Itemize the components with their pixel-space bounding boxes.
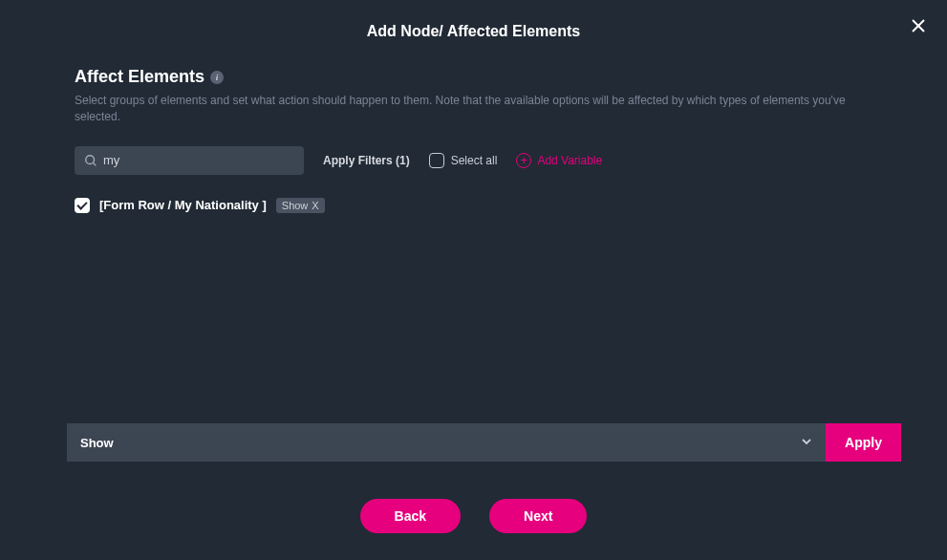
modal: Add Node/ Affected Elements Affect Eleme… xyxy=(0,0,947,560)
content-area: Affect Elements i Select groups of eleme… xyxy=(0,67,947,213)
action-section: Show Apply xyxy=(67,423,901,462)
action-select-value: Show xyxy=(80,436,114,450)
action-row: Show Apply xyxy=(67,423,901,462)
search-box[interactable] xyxy=(75,146,304,175)
action-select[interactable]: Show xyxy=(67,423,826,462)
select-all-toggle[interactable]: Select all xyxy=(429,153,498,168)
select-all-checkbox[interactable] xyxy=(429,153,444,168)
controls-row: Apply Filters (1) Select all Add Variabl… xyxy=(75,146,872,175)
next-button[interactable]: Next xyxy=(489,499,587,533)
svg-line-3 xyxy=(94,162,97,165)
search-input[interactable] xyxy=(103,153,294,167)
footer-buttons: Back Next xyxy=(0,499,947,533)
modal-title: Add Node/ Affected Elements xyxy=(0,0,947,67)
section-header: Affect Elements i xyxy=(75,67,872,87)
plus-circle-icon xyxy=(516,153,531,168)
tag-text: Show xyxy=(282,200,309,211)
chevron-down-icon xyxy=(801,434,812,451)
section-description: Select groups of elements and set what a… xyxy=(75,93,872,125)
close-icon xyxy=(910,17,927,34)
apply-filters-link[interactable]: Apply Filters (1) xyxy=(323,154,410,167)
tag-remove-icon[interactable]: X xyxy=(312,200,318,211)
item-label: [Form Row / My Nationality ] xyxy=(99,198,267,212)
item-checkbox[interactable] xyxy=(75,198,90,213)
select-all-label: Select all xyxy=(451,154,498,167)
info-icon[interactable]: i xyxy=(210,71,224,84)
add-variable-label: Add Variable xyxy=(537,154,602,167)
back-button[interactable]: Back xyxy=(360,499,461,533)
element-item-row: [Form Row / My Nationality ] Show X xyxy=(75,198,872,213)
section-title: Affect Elements xyxy=(75,67,204,87)
close-button[interactable] xyxy=(907,14,930,37)
svg-point-2 xyxy=(86,155,95,163)
apply-button[interactable]: Apply xyxy=(826,423,901,462)
search-icon xyxy=(84,154,97,167)
add-variable-button[interactable]: Add Variable xyxy=(516,153,602,168)
item-tag[interactable]: Show X xyxy=(276,198,325,213)
